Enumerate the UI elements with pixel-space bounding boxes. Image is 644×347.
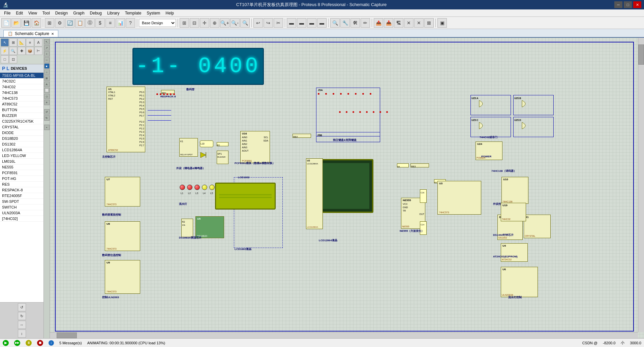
close-button[interactable]: ✕ xyxy=(633,1,641,8)
tb-zoomout[interactable]: 🔍- xyxy=(230,18,240,28)
label-tool[interactable]: A xyxy=(34,38,42,46)
component-tool[interactable]: ⊞ xyxy=(9,38,17,46)
device-item-14[interactable]: LED-YELLOW xyxy=(0,153,43,159)
menu-debug[interactable]: Debug xyxy=(87,10,104,16)
rotate-right-btn[interactable]: ↻ xyxy=(18,312,26,320)
device-item-7[interactable]: BUZZER xyxy=(0,113,43,119)
menu-tool[interactable]: Tool xyxy=(40,10,53,16)
device-item-16[interactable]: NE555 xyxy=(0,164,43,170)
lt-7[interactable]: ⊞ xyxy=(44,75,50,81)
tb-btn5[interactable]: ⓪ xyxy=(85,18,95,28)
wire-tool[interactable]: 📐 xyxy=(18,38,26,46)
tb-btn6[interactable]: $ xyxy=(95,18,105,28)
device-item-2[interactable]: 74HC02 xyxy=(0,84,43,90)
tb-grid1[interactable]: ⊞ xyxy=(180,18,189,28)
probe-tool[interactable]: 🔍 xyxy=(9,47,17,55)
tb-tag2[interactable]: ▬ xyxy=(297,18,306,28)
lt-2[interactable]: ↗ xyxy=(44,45,50,51)
bus-tool[interactable]: ≡ xyxy=(26,38,34,46)
device-tool[interactable]: 📦 xyxy=(26,47,34,55)
device-item-17[interactable]: PCF8591 xyxy=(0,170,43,176)
design-dropdown[interactable]: Base Design PCB Layout xyxy=(139,19,176,27)
tb-prop[interactable]: 🔧 xyxy=(340,18,350,28)
tb-x3[interactable]: ⊠ xyxy=(424,18,434,28)
print-button[interactable]: 🏠 xyxy=(32,18,41,28)
term-tool[interactable]: ⊢ xyxy=(34,47,42,55)
flip-h-btn[interactable]: ↔ xyxy=(18,321,26,329)
device-item-9[interactable]: CRYSTAL xyxy=(0,124,43,130)
tb-search[interactable]: 🔍 xyxy=(330,18,340,28)
device-item-4[interactable]: 74HC573 xyxy=(0,96,43,101)
tb-cut[interactable]: ✂ xyxy=(274,18,283,28)
device-item-11[interactable]: DS18B20 xyxy=(0,136,43,141)
tb-btn8[interactable]: 📊 xyxy=(116,18,125,28)
menu-help[interactable]: Help xyxy=(163,10,177,16)
lt-14[interactable]: + xyxy=(44,125,50,130)
menu-view[interactable]: View xyxy=(26,10,40,16)
select-tool[interactable]: ↖ xyxy=(1,38,9,46)
device-item-24[interactable]: ULN2003A xyxy=(0,210,43,216)
device-item-12[interactable]: DS1302 xyxy=(0,141,43,147)
pause-button[interactable]: ⏸ xyxy=(26,340,32,346)
device-item-13[interactable]: LCD12864A xyxy=(0,147,43,153)
minimize-button[interactable]: ─ xyxy=(614,1,622,8)
flip-v-btn[interactable]: ↕ xyxy=(18,329,26,338)
tb-export1[interactable]: 📤 xyxy=(374,18,383,28)
tb-btn1[interactable]: ⊞ xyxy=(45,18,54,28)
tab-schematic[interactable]: 📋 Schematic Capture ✕ xyxy=(3,30,58,37)
lt-10[interactable]: ◇ xyxy=(44,94,50,99)
tb-x2[interactable]: ✕ xyxy=(414,18,424,28)
lt-3[interactable]: + xyxy=(44,51,50,57)
tb-tag4[interactable]: ▬ xyxy=(317,18,327,28)
tb-btn9[interactable]: ? xyxy=(126,18,135,28)
power-tool[interactable]: ⚡ xyxy=(1,47,9,55)
tb-move[interactable]: ✛ xyxy=(200,18,209,28)
menu-design[interactable]: Design xyxy=(53,10,70,16)
device-item-21[interactable]: RTE24005F xyxy=(0,193,43,199)
tb-tools3[interactable]: 🛠 xyxy=(350,18,360,28)
tb-undo[interactable]: ↩ xyxy=(253,18,263,28)
device-item-6[interactable]: BUTTON xyxy=(0,107,43,113)
lt-8[interactable]: A xyxy=(44,82,50,87)
device-item-10[interactable]: DIODE xyxy=(0,130,43,136)
tb-tools4[interactable]: ✏ xyxy=(361,18,370,28)
menu-library[interactable]: Library xyxy=(104,10,122,16)
tb-tag3[interactable]: ▬ xyxy=(307,18,316,28)
device-item-5[interactable]: AT89C52 xyxy=(0,101,43,107)
new-button[interactable]: 📄 xyxy=(1,18,11,28)
rotate-left-btn[interactable]: ↺ xyxy=(18,303,26,311)
tb-final[interactable]: ▣ xyxy=(437,18,447,28)
lt-12[interactable]: ↺ xyxy=(44,109,50,115)
tb-redo[interactable]: ↪ xyxy=(264,18,273,28)
menu-graph[interactable]: Graph xyxy=(70,10,87,16)
tb-center[interactable]: ⊕ xyxy=(210,18,219,28)
tb-btn3[interactable]: 🔄 xyxy=(65,18,74,28)
fast-forward-button[interactable]: ▶▶ xyxy=(14,340,20,346)
menu-edit[interactable]: Edit xyxy=(13,10,26,16)
open-button[interactable]: 📂 xyxy=(11,18,21,28)
device-item-1[interactable]: 74C02C xyxy=(0,78,43,84)
device-item-25[interactable]: [74HC02] xyxy=(0,216,43,222)
tb-btn4[interactable]: 📋 xyxy=(75,18,85,28)
device-item-0[interactable]: 7SEG-MPX8-CA-BL xyxy=(0,73,43,78)
maximize-button[interactable]: □ xyxy=(624,1,632,8)
tb-export2[interactable]: 📥 xyxy=(384,18,393,28)
device-item-8[interactable]: C3225X7R1C475K xyxy=(0,119,43,124)
tab-close-button[interactable]: ✕ xyxy=(51,32,54,36)
tb-btn7[interactable]: ≡ xyxy=(105,18,115,28)
tb-3d[interactable]: 🏗 xyxy=(394,18,403,28)
device-item-22[interactable]: SW-SPDT xyxy=(0,199,43,204)
device-item-3[interactable]: 74HC138 xyxy=(0,90,43,96)
vertical-scrollbar[interactable] xyxy=(638,38,644,332)
horizontal-scrollbar[interactable] xyxy=(50,332,638,338)
lt-5[interactable]: ■ xyxy=(44,63,50,69)
stop-button[interactable]: ⏹ xyxy=(37,340,43,346)
tb-zoomfit[interactable]: 🔍 xyxy=(240,18,250,28)
lt-4[interactable]: ─ xyxy=(44,57,50,63)
lt-13[interactable]: ↻ xyxy=(44,115,50,121)
marker-tool[interactable]: ✚ xyxy=(18,47,26,55)
menu-template[interactable]: Template xyxy=(122,10,144,16)
device-item-15[interactable]: LM016L xyxy=(0,159,43,164)
save-button[interactable]: 💾 xyxy=(22,18,31,28)
lt-9[interactable]: ⬜ xyxy=(44,88,50,93)
